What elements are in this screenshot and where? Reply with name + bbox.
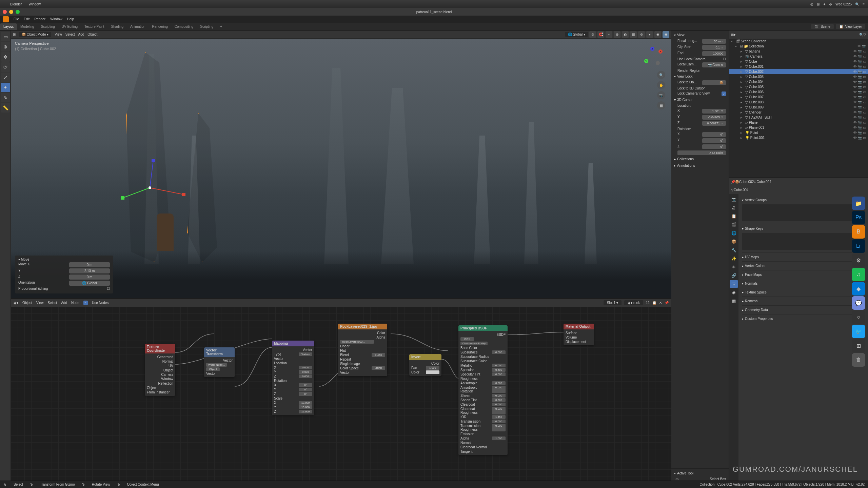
tab-scripting[interactable]: Scripting xyxy=(197,23,217,30)
node-menu-add[interactable]: Add xyxy=(61,301,67,305)
props-tab-viewlayer[interactable]: 📋 xyxy=(730,212,738,220)
menu-edit[interactable]: Edit xyxy=(24,17,29,21)
dock-discord[interactable]: 💬 xyxy=(852,296,865,310)
outliner-item[interactable]: ▸▽ Cube.007👁 📷 ▭ xyxy=(729,95,868,100)
menubar-icon[interactable]: 🔍 xyxy=(855,2,859,6)
slot-selector[interactable]: Slot 1 ▾ xyxy=(604,300,622,305)
move-y[interactable]: 2.13 m xyxy=(69,268,110,273)
dock-app[interactable]: ⚙ xyxy=(852,253,865,267)
use-nodes-checkbox[interactable]: ✓ xyxy=(83,301,88,305)
menu-file[interactable]: File xyxy=(14,17,19,21)
new-material-icon[interactable]: 📋 xyxy=(652,301,656,305)
proportional-icon[interactable]: ○ xyxy=(606,31,612,38)
node-menu-object[interactable]: Object xyxy=(22,301,32,305)
tab-layout[interactable]: Layout xyxy=(0,23,17,30)
overlay-icon[interactable]: ◐ xyxy=(622,31,629,38)
cursor-z[interactable]: 0.006271 m xyxy=(702,121,726,126)
rotate-tool[interactable]: ⟳ xyxy=(1,62,10,72)
outliner-item[interactable]: ▸▽ Cube.005👁 📷 ▭ xyxy=(729,84,868,89)
pin-icon[interactable]: 📌 xyxy=(665,301,669,305)
outliner-type-icon[interactable]: ⊞▾ xyxy=(731,33,735,37)
persp-icon[interactable]: ▦ xyxy=(657,101,665,109)
euler-mode[interactable]: XYZ Euler xyxy=(677,150,726,155)
app-name[interactable]: Blender xyxy=(10,2,22,6)
outliner-item[interactable]: ▸▽ Cube👁 📷 ▭ xyxy=(729,59,868,64)
node-vector-transform[interactable]: Vector Transform Vector World Norm... Ob… xyxy=(204,347,235,377)
mode-selector[interactable]: 📦 Object Mode ▾ xyxy=(19,32,51,37)
node-menu-node[interactable]: Node xyxy=(71,301,79,305)
props-tab-physics[interactable]: ⚛ xyxy=(730,263,738,271)
editor-type-icon[interactable]: ◉▾ xyxy=(14,301,18,305)
shading-matprev-icon[interactable]: ◉ xyxy=(654,31,661,38)
zoom-icon[interactable]: 🔍 xyxy=(657,71,665,79)
scale-tool[interactable]: ⤢ xyxy=(1,73,10,82)
outliner-item[interactable]: ▸▽ Cube.004👁 📷 ▭ xyxy=(729,79,868,84)
outliner[interactable]: ▾🎬 Scene Collection ▾☑ 📁 Collection👁 📷▸▽… xyxy=(729,39,868,178)
dock-spotify[interactable]: ♫ xyxy=(852,268,865,281)
viewlayer-selector[interactable]: 📋 View Layer xyxy=(836,24,865,29)
props-tab-world[interactable]: 🌐 xyxy=(730,229,738,237)
menu-render[interactable]: Render xyxy=(34,17,45,21)
tab-sculpting[interactable]: Sculpting xyxy=(38,23,58,30)
props-data2[interactable]: Cube.004 xyxy=(734,188,748,192)
menu-window[interactable]: Window xyxy=(50,17,62,21)
node-invert[interactable]: Invert Color Fac1.000 Color xyxy=(409,354,441,376)
filter-funnel-icon[interactable]: ▽ xyxy=(863,33,866,37)
menubar-icon[interactable]: ⊞ xyxy=(817,2,820,6)
lock-object[interactable]: 📦 xyxy=(702,80,726,85)
dock-finder[interactable]: 📁 xyxy=(852,197,865,210)
vp-menu-object[interactable]: Object xyxy=(87,33,97,36)
node-material-output[interactable]: Material Output Surface Volume Displacem… xyxy=(564,324,594,345)
outliner-item[interactable]: ▸💡 Point👁 📷 ▭ xyxy=(729,130,868,135)
tab-rendering[interactable]: Rendering xyxy=(149,23,171,30)
tab-shading[interactable]: Shading xyxy=(107,23,127,30)
props-tab-constraint[interactable]: 🔗 xyxy=(730,271,738,280)
props-tab-material[interactable]: ◉ xyxy=(730,288,738,297)
props-tab-output[interactable]: 🖨 xyxy=(730,204,738,212)
dock-app4[interactable]: 🐦 xyxy=(852,325,865,338)
focal-length[interactable]: 50 mm xyxy=(702,39,726,44)
transform-gizmo[interactable] xyxy=(106,154,194,222)
vp-menu-view[interactable]: View xyxy=(55,33,62,36)
menu-help[interactable]: Help xyxy=(67,17,74,21)
cursor-x[interactable]: 1.001 m xyxy=(702,109,726,114)
cursor-y[interactable]: -0.04905 m xyxy=(702,115,726,120)
outliner-item[interactable]: ▸📷 Camera👁 📷 ▭ xyxy=(729,54,868,59)
measure-tool[interactable]: 📏 xyxy=(1,103,10,113)
outliner-item[interactable]: ▸▽ Cube.002👁 📷 ▭ xyxy=(729,69,868,74)
outliner-item[interactable]: ▸▽ Cube.009👁 📷 ▭ xyxy=(729,105,868,110)
outliner-item[interactable]: ▸▽ Cube.008👁 📷 ▭ xyxy=(729,100,868,105)
cursor-rz[interactable]: 0° xyxy=(702,144,726,149)
move-tool[interactable]: ✥ xyxy=(1,52,10,62)
outliner-item[interactable]: ▸▽ Cube.006👁 📷 ▭ xyxy=(729,89,868,95)
outliner-item[interactable]: ▸▽ HAZMAT_SUIT👁 📷 ▭ xyxy=(729,115,868,120)
move-x[interactable]: 0 m xyxy=(69,262,110,267)
filter-icon[interactable]: 🔍 xyxy=(859,33,863,37)
camera-icon[interactable]: 📷 xyxy=(657,91,665,99)
cursor-ry[interactable]: 0° xyxy=(702,138,726,143)
minimize-button[interactable] xyxy=(9,10,13,14)
material-selector[interactable]: ◉▾ rock xyxy=(624,300,643,305)
outliner-item[interactable]: ▸▽ Cube.003👁 📷 ▭ xyxy=(729,74,868,79)
menubar-icon[interactable]: ≡ xyxy=(863,2,865,6)
outliner-item[interactable]: ▸💡 Point.001👁 📷 ▭ xyxy=(729,135,868,140)
blender-logo[interactable] xyxy=(3,16,9,22)
outliner-item[interactable]: ▸▱ Plane👁 📷 ▭ xyxy=(729,120,868,125)
window-menu[interactable]: Window xyxy=(28,2,41,6)
props-tab-texture[interactable]: ▦ xyxy=(730,297,738,305)
props-tab-scene[interactable]: 🎬 xyxy=(730,221,738,229)
tab-animation[interactable]: Animation xyxy=(127,23,149,30)
transform-tool[interactable]: ✦ xyxy=(1,83,10,92)
dock-app2[interactable]: ◆ xyxy=(852,282,865,296)
props-object[interactable]: Cube.002 xyxy=(739,180,754,184)
dock-photoshop[interactable]: Ps xyxy=(852,211,865,224)
dock-trash[interactable]: 🗑 xyxy=(852,353,865,367)
tab-modeling[interactable]: Modeling xyxy=(17,23,38,30)
shading-rendered-icon[interactable]: ◉ xyxy=(663,31,669,38)
node-canvas[interactable]: Texture Coordinate Generated Normal UV O… xyxy=(11,307,671,488)
tab-texpaint[interactable]: Texture Paint xyxy=(81,23,107,30)
menubar-icon[interactable]: ◎ xyxy=(810,2,813,6)
dock-app3[interactable]: ○ xyxy=(852,310,865,324)
node-texture-coordinate[interactable]: Texture Coordinate Generated Normal UV O… xyxy=(145,344,175,396)
vp-menu-select[interactable]: Select xyxy=(65,33,75,36)
